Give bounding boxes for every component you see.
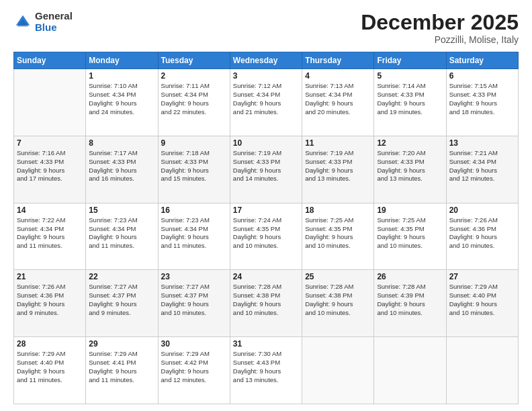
- table-row: 21Sunrise: 7:26 AM Sunset: 4:36 PM Dayli…: [14, 270, 86, 337]
- table-row: 30Sunrise: 7:29 AM Sunset: 4:42 PM Dayli…: [158, 337, 230, 404]
- col-thursday: Thursday: [302, 52, 374, 69]
- header: General Blue December 2025 Pozzilli, Mol…: [13, 11, 519, 45]
- day-number: 27: [449, 272, 515, 281]
- table-row: 27Sunrise: 7:29 AM Sunset: 4:40 PM Dayli…: [446, 270, 518, 337]
- table-row: 4Sunrise: 7:13 AM Sunset: 4:34 PM Daylig…: [302, 69, 374, 136]
- day-number: 30: [161, 339, 227, 349]
- day-number: 11: [305, 138, 371, 148]
- logo-general-text: General: [35, 11, 73, 22]
- table-row: 28Sunrise: 7:29 AM Sunset: 4:40 PM Dayli…: [14, 337, 86, 404]
- calendar-row: 21Sunrise: 7:26 AM Sunset: 4:36 PM Dayli…: [14, 270, 519, 337]
- month-title: December 2025: [361, 11, 519, 34]
- table-row: 2Sunrise: 7:11 AM Sunset: 4:34 PM Daylig…: [158, 69, 230, 136]
- day-number: 4: [305, 71, 371, 81]
- day-info: Sunrise: 7:20 AM Sunset: 4:33 PM Dayligh…: [377, 149, 443, 183]
- day-number: 23: [161, 272, 227, 281]
- day-number: 31: [233, 339, 299, 349]
- day-info: Sunrise: 7:28 AM Sunset: 4:38 PM Dayligh…: [233, 283, 299, 317]
- day-number: 16: [161, 205, 227, 215]
- col-sunday: Sunday: [14, 52, 86, 69]
- day-info: Sunrise: 7:29 AM Sunset: 4:40 PM Dayligh…: [449, 283, 515, 317]
- table-row: 8Sunrise: 7:17 AM Sunset: 4:33 PM Daylig…: [86, 136, 158, 203]
- table-row: 25Sunrise: 7:28 AM Sunset: 4:38 PM Dayli…: [302, 270, 374, 337]
- table-row: 7Sunrise: 7:16 AM Sunset: 4:33 PM Daylig…: [14, 136, 86, 203]
- logo: General Blue: [13, 11, 73, 33]
- day-info: Sunrise: 7:27 AM Sunset: 4:37 PM Dayligh…: [161, 283, 227, 317]
- day-number: 12: [377, 138, 443, 148]
- day-info: Sunrise: 7:28 AM Sunset: 4:39 PM Dayligh…: [377, 283, 443, 317]
- day-number: 13: [449, 138, 515, 148]
- day-number: 9: [161, 138, 227, 148]
- col-saturday: Saturday: [446, 52, 518, 69]
- calendar-row: 1Sunrise: 7:10 AM Sunset: 4:34 PM Daylig…: [14, 69, 519, 136]
- table-row: 19Sunrise: 7:25 AM Sunset: 4:35 PM Dayli…: [374, 203, 446, 270]
- day-info: Sunrise: 7:28 AM Sunset: 4:38 PM Dayligh…: [305, 283, 371, 317]
- day-number: 26: [377, 272, 443, 281]
- day-info: Sunrise: 7:29 AM Sunset: 4:41 PM Dayligh…: [89, 350, 154, 384]
- table-row: 11Sunrise: 7:19 AM Sunset: 4:33 PM Dayli…: [302, 136, 374, 203]
- day-info: Sunrise: 7:23 AM Sunset: 4:34 PM Dayligh…: [161, 216, 227, 250]
- day-info: Sunrise: 7:18 AM Sunset: 4:33 PM Dayligh…: [161, 149, 227, 183]
- day-number: 17: [233, 205, 299, 215]
- day-number: 28: [17, 339, 83, 349]
- table-row: 20Sunrise: 7:26 AM Sunset: 4:36 PM Dayli…: [446, 203, 518, 270]
- day-info: Sunrise: 7:14 AM Sunset: 4:33 PM Dayligh…: [377, 82, 443, 116]
- table-row: 22Sunrise: 7:27 AM Sunset: 4:37 PM Dayli…: [86, 270, 158, 337]
- logo-text: General Blue: [35, 11, 73, 33]
- day-info: Sunrise: 7:11 AM Sunset: 4:34 PM Dayligh…: [161, 82, 227, 116]
- col-wednesday: Wednesday: [230, 52, 302, 69]
- table-row: 12Sunrise: 7:20 AM Sunset: 4:33 PM Dayli…: [374, 136, 446, 203]
- location-subtitle: Pozzilli, Molise, Italy: [361, 34, 519, 45]
- day-number: 25: [305, 272, 371, 281]
- day-info: Sunrise: 7:25 AM Sunset: 4:35 PM Dayligh…: [377, 216, 443, 250]
- day-number: 24: [233, 272, 299, 281]
- table-row: 31Sunrise: 7:30 AM Sunset: 4:43 PM Dayli…: [230, 337, 302, 404]
- table-row: 29Sunrise: 7:29 AM Sunset: 4:41 PM Dayli…: [86, 337, 158, 404]
- table-row: 14Sunrise: 7:22 AM Sunset: 4:34 PM Dayli…: [14, 203, 86, 270]
- table-row: [302, 337, 374, 404]
- day-info: Sunrise: 7:25 AM Sunset: 4:35 PM Dayligh…: [305, 216, 371, 250]
- logo-blue-text: Blue: [35, 22, 73, 34]
- day-number: 3: [233, 71, 299, 81]
- table-row: 23Sunrise: 7:27 AM Sunset: 4:37 PM Dayli…: [158, 270, 230, 337]
- day-number: 1: [89, 71, 154, 81]
- day-info: Sunrise: 7:12 AM Sunset: 4:34 PM Dayligh…: [233, 82, 299, 116]
- calendar-table: Sunday Monday Tuesday Wednesday Thursday…: [13, 52, 519, 404]
- day-number: 10: [233, 138, 299, 148]
- table-row: 9Sunrise: 7:18 AM Sunset: 4:33 PM Daylig…: [158, 136, 230, 203]
- table-row: 16Sunrise: 7:23 AM Sunset: 4:34 PM Dayli…: [158, 203, 230, 270]
- table-row: 15Sunrise: 7:23 AM Sunset: 4:34 PM Dayli…: [86, 203, 158, 270]
- table-row: 13Sunrise: 7:21 AM Sunset: 4:34 PM Dayli…: [446, 136, 518, 203]
- day-info: Sunrise: 7:13 AM Sunset: 4:34 PM Dayligh…: [305, 82, 371, 116]
- day-info: Sunrise: 7:26 AM Sunset: 4:36 PM Dayligh…: [449, 216, 515, 250]
- day-number: 29: [89, 339, 154, 349]
- page: General Blue December 2025 Pozzilli, Mol…: [0, 0, 532, 411]
- table-row: 18Sunrise: 7:25 AM Sunset: 4:35 PM Dayli…: [302, 203, 374, 270]
- table-row: 24Sunrise: 7:28 AM Sunset: 4:38 PM Dayli…: [230, 270, 302, 337]
- table-row: 5Sunrise: 7:14 AM Sunset: 4:33 PM Daylig…: [374, 69, 446, 136]
- day-info: Sunrise: 7:30 AM Sunset: 4:43 PM Dayligh…: [233, 350, 299, 384]
- day-info: Sunrise: 7:29 AM Sunset: 4:40 PM Dayligh…: [17, 350, 83, 384]
- day-info: Sunrise: 7:17 AM Sunset: 4:33 PM Dayligh…: [89, 149, 154, 183]
- day-info: Sunrise: 7:16 AM Sunset: 4:33 PM Dayligh…: [17, 149, 83, 183]
- col-friday: Friday: [374, 52, 446, 69]
- calendar-row: 28Sunrise: 7:29 AM Sunset: 4:40 PM Dayli…: [14, 337, 519, 404]
- table-row: 3Sunrise: 7:12 AM Sunset: 4:34 PM Daylig…: [230, 69, 302, 136]
- day-info: Sunrise: 7:19 AM Sunset: 4:33 PM Dayligh…: [305, 149, 371, 183]
- day-info: Sunrise: 7:24 AM Sunset: 4:35 PM Dayligh…: [233, 216, 299, 250]
- day-info: Sunrise: 7:10 AM Sunset: 4:34 PM Dayligh…: [89, 82, 154, 116]
- table-row: [446, 337, 518, 404]
- day-number: 14: [17, 205, 83, 215]
- day-number: 6: [449, 71, 515, 81]
- day-number: 8: [89, 138, 154, 148]
- calendar-row: 7Sunrise: 7:16 AM Sunset: 4:33 PM Daylig…: [14, 136, 519, 203]
- day-number: 22: [89, 272, 154, 281]
- table-row: 10Sunrise: 7:19 AM Sunset: 4:33 PM Dayli…: [230, 136, 302, 203]
- table-row: 26Sunrise: 7:28 AM Sunset: 4:39 PM Dayli…: [374, 270, 446, 337]
- table-row: [374, 337, 446, 404]
- day-number: 21: [17, 272, 83, 281]
- col-tuesday: Tuesday: [158, 52, 230, 69]
- day-info: Sunrise: 7:26 AM Sunset: 4:36 PM Dayligh…: [17, 283, 83, 317]
- table-row: 17Sunrise: 7:24 AM Sunset: 4:35 PM Dayli…: [230, 203, 302, 270]
- day-info: Sunrise: 7:21 AM Sunset: 4:34 PM Dayligh…: [449, 149, 515, 183]
